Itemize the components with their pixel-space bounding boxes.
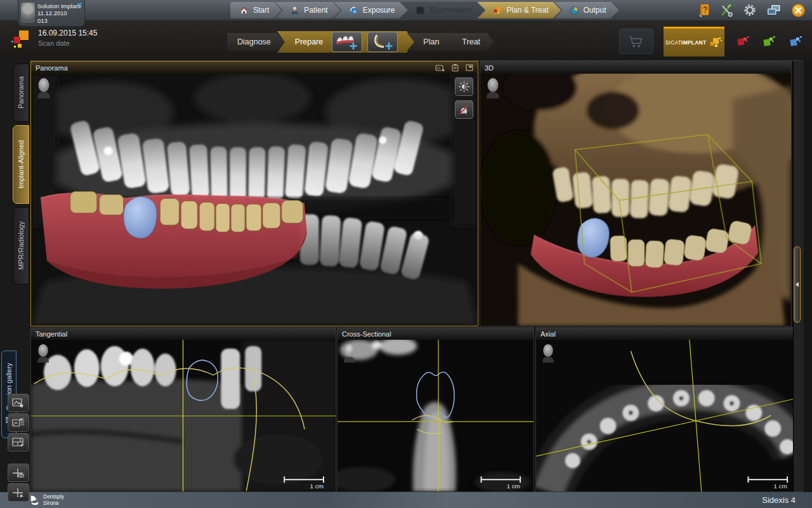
- patient-avatar: [21, 3, 35, 23]
- tab-plan-treat[interactable]: Plan & Treat: [477, 2, 561, 18]
- jaw-model-icon: [370, 34, 395, 50]
- scan-info: 16.09.2015 15:45 Scan date: [10, 29, 97, 51]
- orientation-head-indicator: [540, 344, 556, 363]
- workspace-tab-panorama[interactable]: Panorama: [13, 64, 29, 122]
- orientation-head-indicator: [36, 77, 52, 99]
- close-patient-icon[interactable]: ✕: [77, 1, 82, 10]
- panorama-view-tools: [455, 77, 473, 119]
- toggle-crosshair-button[interactable]: [8, 464, 29, 482]
- cross-sectional-slice-image[interactable]: 1 cm: [337, 340, 534, 491]
- workflow-steps: Diagnose Prepare Plan Treat: [227, 31, 494, 53]
- app-red-button[interactable]: [735, 35, 751, 48]
- tangential-header: Tangential: [31, 328, 336, 340]
- crosshair-center-icon: [12, 488, 25, 498]
- workspace-tab-label: Implant-Aligned: [17, 140, 25, 189]
- brand-line2: Sirona: [43, 500, 64, 506]
- patient-name: Solution Implant: [37, 3, 81, 10]
- app-green-button[interactable]: [761, 35, 778, 48]
- send-view-icon[interactable]: [435, 64, 445, 72]
- gear-icon: [743, 3, 757, 17]
- three-d-header: 3D: [480, 62, 791, 74]
- tab-exposure[interactable]: Exposure: [334, 2, 408, 18]
- tangential-slice-image[interactable]: 1 cm: [31, 340, 336, 491]
- app-name-prefix: SICAT: [665, 39, 681, 46]
- implant-tooth[interactable]: [124, 197, 157, 239]
- output-icon: [570, 6, 579, 15]
- panorama-xray-image[interactable]: [31, 74, 478, 326]
- tangential-title: Tangential: [36, 330, 67, 338]
- home-icon: [239, 6, 249, 15]
- step-diagnose[interactable]: Diagnose: [227, 33, 285, 51]
- export-image-button[interactable]: [8, 394, 29, 412]
- close-icon: [791, 3, 806, 18]
- add-optical-impressions-button[interactable]: [332, 32, 362, 52]
- tab-examination[interactable]: Examination: [400, 2, 484, 18]
- window-title-bar: Start Patient Exposure Examination Plan …: [0, 0, 812, 21]
- cross-sectional-body: 1 cm: [337, 340, 534, 491]
- left-sidebar: Panorama Implant-Aligned MPR/Radiology S…: [0, 60, 30, 492]
- patient-dob: 11.12.2010: [37, 10, 81, 17]
- blue-app-icon: [788, 35, 804, 48]
- workspace-tab-implant-aligned[interactable]: Implant-Aligned: [13, 125, 29, 204]
- person-icon: [290, 6, 299, 15]
- step-label: Prepare: [295, 37, 323, 46]
- tab-label: Start: [253, 6, 269, 15]
- add-jaw-model-button[interactable]: [367, 32, 398, 52]
- tab-label: Plan & Treat: [506, 6, 548, 15]
- three-d-title: 3D: [485, 64, 494, 72]
- three-d-render-image[interactable]: [480, 74, 791, 326]
- cross-sectional-header: Cross-Sectional: [337, 328, 534, 340]
- right-panel-strip: [793, 61, 802, 491]
- step-prepare[interactable]: Prepare: [277, 31, 414, 53]
- axial-view: Axial 1 cm: [535, 327, 801, 492]
- cart-icon: [627, 34, 645, 49]
- second-monitor-button[interactable]: [766, 4, 782, 17]
- expand-object-browser-handle[interactable]: [794, 246, 801, 323]
- orientation-head-indicator: [36, 344, 51, 363]
- maximize-view-icon[interactable]: [466, 64, 473, 71]
- sicat-logo: [10, 29, 32, 51]
- reset-layout-button[interactable]: [8, 433, 29, 451]
- tab-patient[interactable]: Patient: [275, 2, 340, 18]
- tools-icon: [720, 4, 733, 17]
- center-crosshair-button[interactable]: [8, 483, 29, 502]
- examination-icon: [416, 6, 425, 15]
- settings-button[interactable]: [743, 3, 757, 17]
- store-cart-button[interactable]: [619, 29, 653, 54]
- help-book-icon: [698, 3, 710, 17]
- panorama-view: Panorama: [30, 61, 478, 326]
- export-image-icon: [12, 398, 25, 408]
- help-button[interactable]: [698, 3, 710, 17]
- tab-label: Exposure: [363, 6, 395, 15]
- brightness-contrast-button[interactable]: [455, 77, 473, 96]
- copy-image-button[interactable]: [8, 413, 29, 432]
- axial-slice-image[interactable]: 1 cm: [536, 340, 800, 491]
- orientation-head-indicator: [342, 344, 357, 363]
- axial-title: Axial: [540, 330, 556, 338]
- tab-label: Patient: [304, 6, 327, 15]
- patient-card[interactable]: Solution Implant 11.12.2010 013 ✕: [18, 0, 85, 27]
- dentsply-sirona-logo: [29, 495, 40, 505]
- app-sicat-implant-active[interactable]: SICATIMPLANT: [664, 27, 724, 57]
- tab-label: Examination: [429, 6, 471, 15]
- close-app-button[interactable]: [791, 3, 806, 18]
- tools-button[interactable]: [720, 4, 733, 17]
- workspace-tab-mpr-radiology[interactable]: MPR/Radiology: [13, 207, 29, 284]
- scale-label: 1 cm: [507, 483, 520, 490]
- app-name: IMPLANT: [681, 39, 706, 46]
- hide-objects-button[interactable]: [455, 100, 473, 119]
- scan-date-label: Scan date: [38, 39, 97, 47]
- scan-datetime: 16.09.2015 15:45: [38, 29, 97, 37]
- tab-start[interactable]: Start: [230, 2, 282, 18]
- scale-label: 1 cm: [774, 483, 788, 490]
- axial-header: Axial: [536, 328, 800, 340]
- system-icon-bar: [698, 2, 806, 18]
- copy-view-icon[interactable]: [451, 64, 460, 72]
- brightness-icon: [459, 81, 469, 92]
- red-app-icon: [735, 35, 751, 48]
- step-label: Plan: [423, 37, 439, 46]
- step-label: Treat: [462, 37, 480, 46]
- tab-output[interactable]: Output: [554, 2, 619, 18]
- product-name: Sidexis 4: [762, 495, 796, 505]
- app-blue-button[interactable]: [788, 35, 804, 48]
